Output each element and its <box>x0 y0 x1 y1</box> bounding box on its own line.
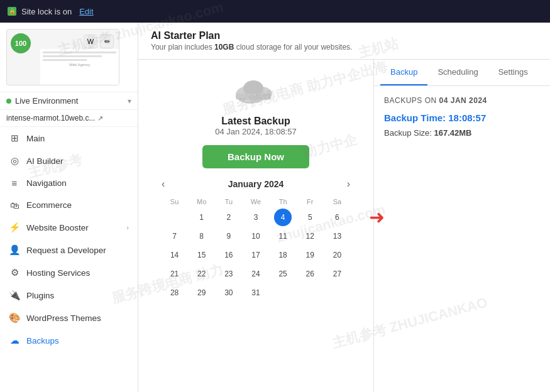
main-content: AI Starter Plan Your plan includes 10GB … <box>138 23 550 392</box>
cal-day-header-Tu: Tu <box>216 196 241 207</box>
sidebar-item-backups[interactable]: ☁ Backups <box>0 329 138 352</box>
cal-day-13[interactable]: 13 <box>328 227 346 245</box>
nav-label-wordpress-themes: WordPress Themes <box>26 313 101 323</box>
cal-day-11[interactable]: 11 <box>274 227 292 245</box>
preview-icons: W ✏ <box>84 35 114 48</box>
backups-on-prefix: BACKUPS ON <box>384 96 439 105</box>
backup-now-button[interactable]: Backup Now <box>202 145 309 168</box>
cal-day-16[interactable]: 16 <box>220 246 238 264</box>
preview-area: 100 W ✏ Web Agency <box>0 23 138 92</box>
cal-day-19[interactable]: 19 <box>301 246 319 264</box>
sidebar-item-plugins[interactable]: 🔌 Plugins <box>0 284 138 307</box>
sidebar-item-ai-builder[interactable]: ◎ AI Builder <box>0 150 138 172</box>
calendar-prev-button[interactable]: ‹ <box>162 178 165 190</box>
cal-day-29[interactable]: 29 <box>193 284 211 302</box>
cal-day-23[interactable]: 23 <box>220 265 238 283</box>
site-preview: 100 W ✏ Web Agency <box>6 29 119 85</box>
latest-backup-date: 04 Jan 2024, 18:08:57 <box>215 127 296 136</box>
sidebar-item-ecommerce[interactable]: 🛍 Ecommerce <box>0 194 138 216</box>
nav-label-plugins: Plugins <box>26 291 54 300</box>
lock-icon: 🔒 <box>8 7 16 16</box>
backup-tab-scheduling[interactable]: Scheduling <box>427 60 488 85</box>
cal-day-22[interactable]: 22 <box>193 265 211 283</box>
backup-left-panel: Latest Backup 04 Jan 2024, 18:08:57 Back… <box>138 60 374 392</box>
cal-day-1[interactable]: 1 <box>193 209 211 226</box>
cal-day-5[interactable]: 5 <box>301 209 319 226</box>
main-layout: 100 W ✏ Web Agency Live Environment ▾ <box>0 23 550 392</box>
nav-icon-plugins: 🔌 <box>9 290 20 301</box>
cal-day-3[interactable]: 3 <box>247 209 265 226</box>
cal-empty-0 <box>166 209 184 226</box>
nav-icon-ai-builder: ◎ <box>9 155 20 166</box>
wp-icon-btn[interactable]: W <box>84 35 97 48</box>
backup-tab-settings[interactable]: Settings <box>488 60 538 85</box>
backup-right-panel: BackupSchedulingSettings BACKUPS ON 04 J… <box>374 60 550 392</box>
external-link-icon[interactable]: ↗ <box>97 114 103 122</box>
cal-day-header-Su: Su <box>162 196 187 207</box>
arrow-right-indicator: ➜ <box>369 206 385 228</box>
cal-day-24[interactable]: 24 <box>247 265 265 283</box>
nav-label-ai-builder: AI Builder <box>26 156 63 166</box>
cloud-icon <box>231 72 281 107</box>
cal-day-15[interactable]: 15 <box>193 246 211 264</box>
nav-label-navigation: Navigation <box>26 178 67 188</box>
calendar-next-button[interactable]: › <box>347 178 350 190</box>
calendar-month-label: January 2024 <box>228 179 284 189</box>
cal-day-header-Mo: Mo <box>189 196 214 207</box>
plan-desc-prefix: Your plan includes <box>151 43 214 52</box>
sidebar-item-wordpress-themes[interactable]: 🎨 WordPress Themes ➜ <box>0 307 138 329</box>
plan-desc-suffix: cloud storage for all your websites. <box>234 43 352 52</box>
backup-tabs: BackupSchedulingSettings <box>374 60 550 86</box>
edit-link[interactable]: Edit <box>79 7 93 16</box>
cal-day-header-Fr: Fr <box>297 196 323 207</box>
nav-icon-wordpress-themes: 🎨 <box>9 312 20 324</box>
domain-text: intense-marmot.10web.c... <box>6 114 95 122</box>
nav-label-backups: Backups <box>26 336 59 346</box>
cal-day-30[interactable]: 30 <box>220 284 238 302</box>
domain-label-row: intense-marmot.10web.c... ↗ <box>0 110 138 127</box>
backup-size-prefix: Backup Size: <box>384 128 434 138</box>
cal-day-header-Sa: Sa <box>324 196 350 207</box>
sidebar-item-hosting-services[interactable]: ⚙ Hosting Services <box>0 261 138 284</box>
edit-icon-btn[interactable]: ✏ <box>100 35 114 48</box>
nav-icon-website-booster: ⚡ <box>9 222 20 233</box>
nav-icon-request-developer: 👤 <box>9 244 20 256</box>
cal-day-7[interactable]: 7 <box>166 227 184 245</box>
svg-rect-4 <box>236 94 271 100</box>
cal-day-2[interactable]: 2 <box>220 209 238 226</box>
calendar: ‹ January 2024 › SuMoTuWeThFrSa123456789… <box>162 178 350 302</box>
backup-tab-backup[interactable]: Backup <box>380 60 427 85</box>
nav-label-ecommerce: Ecommerce <box>26 200 72 210</box>
cal-day-17[interactable]: 17 <box>247 246 265 264</box>
backup-time-value: Backup Time: 18:08:57 <box>384 112 540 123</box>
nav-label-main: Main <box>26 134 45 143</box>
backup-size-value: Backup Size: 167.42MB <box>384 128 540 138</box>
sidebar-item-navigation[interactable]: ≡ Navigation <box>0 172 138 194</box>
cal-day-26[interactable]: 26 <box>301 265 319 283</box>
cal-day-18[interactable]: 18 <box>274 246 292 264</box>
sidebar-item-website-booster[interactable]: ⚡ Website Booster › <box>0 216 138 239</box>
environment-label: Live Environment <box>15 96 124 106</box>
nav-icon-ecommerce: 🛍 <box>9 200 20 210</box>
preview-agency-label: Web Agency <box>43 63 116 67</box>
nav-icon-main: ⊞ <box>9 133 20 144</box>
sidebar-item-main[interactable]: ⊞ Main <box>0 127 138 150</box>
sidebar-item-request-developer[interactable]: 👤 Request a Developer <box>0 239 138 261</box>
environment-selector[interactable]: Live Environment ▾ <box>0 92 138 110</box>
cal-day-8[interactable]: 8 <box>193 227 211 245</box>
cal-day-27[interactable]: 27 <box>328 265 346 283</box>
nav-chevron-website-booster: › <box>126 224 129 231</box>
cal-day-6[interactable]: 6 <box>328 209 346 226</box>
cal-day-28[interactable]: 28 <box>166 284 184 302</box>
cal-day-21[interactable]: 21 <box>166 265 184 283</box>
cal-day-20[interactable]: 20 <box>328 246 346 264</box>
cal-day-31[interactable]: 31 <box>247 284 265 302</box>
cal-day-10[interactable]: 10 <box>247 227 265 245</box>
cal-day-25[interactable]: 25 <box>274 265 292 283</box>
cal-day-14[interactable]: 14 <box>166 246 184 264</box>
cal-day-4[interactable]: 4 <box>274 209 292 226</box>
backups-on-label: BACKUPS ON 04 JAN 2024 <box>384 96 540 105</box>
calendar-header: ‹ January 2024 › <box>162 178 350 190</box>
cal-day-9[interactable]: 9 <box>220 227 238 245</box>
cal-day-12[interactable]: 12 <box>301 227 319 245</box>
